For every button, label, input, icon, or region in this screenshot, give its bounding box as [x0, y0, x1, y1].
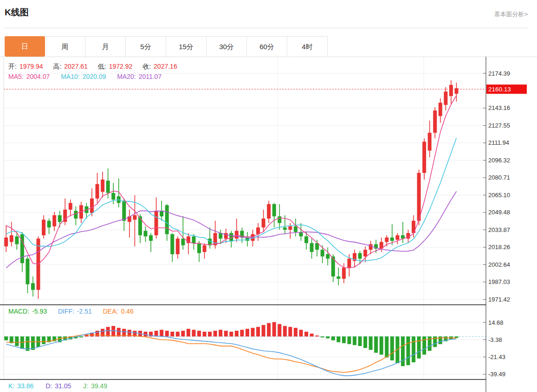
macd-bar [165, 331, 169, 336]
candle [96, 184, 99, 199]
macd-bar [406, 336, 410, 365]
ma-readout: MA5:2004.07 MA10:2020.09 MA20:2011.07 [8, 73, 164, 80]
macd-bar [326, 336, 330, 338]
candle [385, 238, 388, 242]
kdj-d-label: D: [45, 382, 52, 390]
macd-bar [374, 336, 378, 353]
candle [278, 216, 281, 223]
macd-bar [278, 324, 281, 336]
candle [106, 180, 110, 193]
macd-value: -5.93 [32, 308, 47, 315]
macd-bar [412, 336, 415, 362]
macd-bar [310, 334, 314, 336]
kdj-k-value: 33.86 [17, 382, 33, 390]
macd-label: MACD: [8, 308, 29, 315]
candle [439, 103, 442, 116]
dea-value: 0.46 [121, 308, 133, 315]
candle [52, 215, 56, 226]
macd-bar [272, 322, 276, 336]
macd-axis-label: -39.49 [488, 371, 505, 378]
candle [272, 204, 276, 216]
candle [422, 141, 426, 173]
macd-bar [197, 331, 201, 336]
macd-bar [203, 332, 207, 336]
candle [42, 220, 45, 236]
macd-bar [229, 332, 233, 336]
candle [288, 226, 292, 230]
candle [26, 259, 29, 284]
ohlc-readout: 开:1979.94 高:2027.61 低:1972.92 收:2027.16 [8, 63, 180, 71]
macd-axis-label: -3.38 [488, 336, 502, 343]
dea-label: DEA: [103, 308, 118, 315]
close-label: 收: [142, 63, 151, 70]
diff-line [6, 331, 456, 376]
macd-bar [160, 330, 163, 336]
macd-bar [347, 336, 351, 344]
candle [417, 173, 421, 221]
open-label: 开: [8, 63, 17, 70]
price-axis-label: 2033.87 [488, 226, 510, 233]
ma10-value: 2020.09 [83, 73, 106, 80]
candle [229, 233, 233, 241]
macd-bar [390, 336, 394, 360]
macd-bar [170, 332, 174, 336]
macd-bar [181, 331, 185, 336]
low-label: 低: [98, 63, 106, 70]
candle [181, 238, 185, 245]
candle [342, 268, 346, 279]
macd-bar [395, 336, 399, 363]
high-value: 2027.61 [64, 63, 88, 70]
macd-bar [15, 336, 19, 346]
candle [262, 218, 265, 227]
macd-axis-label: -21.43 [488, 353, 505, 360]
candle [283, 227, 287, 230]
macd-bar [454, 336, 458, 338]
chart-canvas[interactable]: 2160.132174.392143.162127.552111.942096.… [0, 0, 537, 392]
kdj-readout: K:33.86 D:31.05 J:39.49 [8, 382, 110, 390]
price-axis-label: 2111.94 [488, 139, 509, 146]
macd-bar [353, 336, 356, 345]
candle [149, 235, 153, 241]
candle [347, 259, 351, 268]
candle [90, 199, 94, 213]
candle [155, 211, 158, 235]
macd-bar [315, 335, 319, 336]
candle [326, 254, 330, 259]
candle [219, 233, 222, 238]
macd-bar [42, 336, 45, 344]
ma20-value: 2011.07 [139, 73, 162, 80]
high-label: 高: [53, 63, 61, 70]
price-axis-label: 1987.03 [488, 278, 510, 285]
macd-axis-label: 14.68 [488, 319, 504, 326]
macd-bar [214, 331, 217, 336]
macd-bar [4, 336, 8, 340]
close-value: 2027.16 [154, 63, 177, 70]
candle [170, 234, 174, 254]
candle [433, 110, 437, 133]
price-axis-label: 2002.64 [488, 261, 510, 268]
dea-line [6, 335, 456, 373]
price-axis-label: 2096.32 [488, 157, 510, 164]
kdj-k-label: K: [8, 382, 14, 390]
current-price-badge-text: 2160.13 [488, 86, 511, 93]
macd-bar [187, 329, 190, 337]
candle [74, 211, 78, 218]
kline-app: K线图 基本面分析> 日周月5分15分30分60分4时 2160.132174.… [0, 0, 537, 392]
macd-bar [240, 330, 244, 336]
kdj-j-label: J: [83, 382, 88, 390]
candle [133, 215, 136, 220]
price-axis-label: 2065.10 [488, 192, 510, 199]
candle [10, 235, 13, 242]
candle [304, 237, 308, 243]
candle [176, 238, 180, 254]
candle [444, 91, 447, 105]
macd-bar [288, 327, 292, 337]
macd-bar [208, 332, 212, 336]
macd-bar [283, 326, 287, 337]
ma20-label: MA20: [117, 73, 136, 80]
diff-label: DIFF: [58, 308, 74, 315]
macd-bar [321, 336, 324, 337]
macd-bar [385, 336, 388, 357]
macd-bar [256, 327, 260, 337]
candle [428, 133, 432, 150]
